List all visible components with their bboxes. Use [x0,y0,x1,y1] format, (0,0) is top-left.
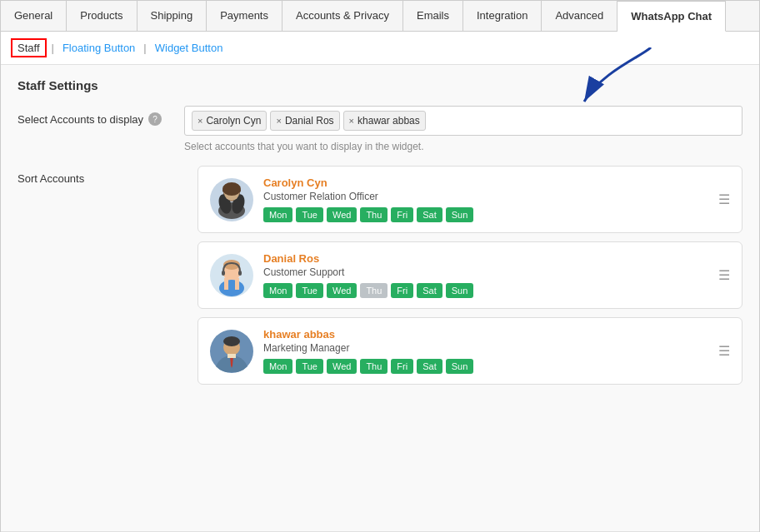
avatar-carolyn [210,178,253,221]
day-tue[interactable]: Tue [296,359,323,374]
subtab-floating-button[interactable]: Floating Button [59,40,138,56]
main-container: General Products Shipping Payments Accou… [0,0,760,532]
drag-handle-khawar[interactable]: ☰ [718,343,730,359]
tag-remove-carolyn[interactable]: × [198,116,202,126]
select-accounts-row: Select Accounts to display ? × Carolyn C… [18,106,742,136]
staff-card-danial: Danial Ros Customer Support Mon Tue Wed … [198,241,742,309]
day-wed[interactable]: Wed [327,359,357,374]
staff-card-khawar: khawar abbas Marketing Manager Mon Tue W… [198,317,742,385]
tab-payments[interactable]: Payments [207,1,282,31]
carolyn-days: Mon Tue Wed Thu Fri Sat Sun [263,207,708,222]
tag-remove-danial[interactable]: × [276,116,281,126]
day-fri[interactable]: Fri [391,359,413,374]
danial-role: Customer Support [263,266,708,278]
carolyn-role: Customer Relation Officer [263,191,708,202]
tag-danial[interactable]: × Danial Ros [270,111,339,131]
day-thu[interactable]: Thu [360,207,388,222]
day-fri[interactable]: Fri [391,207,413,222]
day-sat[interactable]: Sat [417,207,442,222]
top-tabs: General Products Shipping Payments Accou… [1,1,759,32]
tag-carolyn[interactable]: × Carolyn Cyn [192,111,267,131]
day-thu[interactable]: Thu [360,283,388,298]
day-tue[interactable]: Tue [296,283,323,298]
day-wed[interactable]: Wed [327,207,357,222]
select-accounts-hint: Select accounts that you want to display… [184,141,742,152]
svg-rect-14 [222,271,225,276]
khawar-name: khawar abbas [263,328,708,341]
sort-accounts-section: Sort Accounts [18,166,742,385]
svg-rect-12 [224,278,228,290]
sort-accounts-label: Sort Accounts [18,166,184,185]
svg-rect-20 [228,354,236,358]
tab-whatsapp-chat[interactable]: WhatsApp Chat [618,1,726,32]
section-title: Staff Settings [18,78,742,92]
tag-khawar[interactable]: × khawar abbas [343,111,426,131]
tab-integration[interactable]: Integration [463,1,542,31]
svg-rect-13 [235,278,239,290]
sub-tabs: Staff | Floating Button | Widget Button [1,32,759,65]
carolyn-name: Carolyn Cyn [263,177,708,189]
tab-general[interactable]: General [1,1,67,31]
tab-products[interactable]: Products [67,1,137,31]
danial-name: Danial Ros [263,252,708,265]
svg-rect-7 [222,189,241,192]
svg-rect-15 [238,271,242,276]
separator2: | [143,42,146,54]
staff-card-carolyn: Carolyn Cyn Customer Relation Officer Mo… [198,166,742,233]
day-wed[interactable]: Wed [327,283,357,298]
drag-handle-carolyn[interactable]: ☰ [718,191,730,207]
avatar-khawar [210,330,253,373]
danial-days: Mon Tue Wed Thu Fri Sat Sun [263,283,708,298]
day-sun[interactable]: Sun [446,283,474,298]
day-tue[interactable]: Tue [296,207,323,222]
svg-point-18 [223,336,240,346]
staff-info-khawar: khawar abbas Marketing Manager Mon Tue W… [263,328,708,374]
tag-remove-khawar[interactable]: × [349,116,354,126]
day-sun[interactable]: Sun [446,359,474,374]
help-icon[interactable]: ? [148,112,162,126]
subtab-staff[interactable]: Staff [11,38,47,57]
tab-shipping[interactable]: Shipping [138,1,208,31]
avatar-danial-svg [211,255,252,296]
avatar-khawar-svg [211,331,252,372]
subtab-widget-button[interactable]: Widget Button [152,40,227,56]
staff-info-carolyn: Carolyn Cyn Customer Relation Officer Mo… [263,177,708,222]
day-thu[interactable]: Thu [360,359,388,374]
select-accounts-label: Select Accounts to display ? [18,106,184,126]
staff-info-danial: Danial Ros Customer Support Mon Tue Wed … [263,252,708,298]
tag-input[interactable]: × Carolyn Cyn × Danial Ros × khawar abba… [184,106,742,136]
separator: | [52,42,54,54]
day-mon[interactable]: Mon [263,207,292,222]
day-fri[interactable]: Fri [391,283,413,298]
tab-accounts-privacy[interactable]: Accounts & Privacy [282,1,403,31]
content-area: Staff Settings Select Accounts to displa… [1,65,759,531]
drag-handle-danial[interactable]: ☰ [718,267,730,283]
khawar-role: Marketing Manager [263,342,708,354]
day-sun[interactable]: Sun [446,207,474,222]
tab-emails[interactable]: Emails [403,1,463,31]
day-sat[interactable]: Sat [417,359,442,374]
svg-point-9 [219,280,244,296]
day-mon[interactable]: Mon [263,283,292,298]
staff-cards-list: Carolyn Cyn Customer Relation Officer Mo… [198,166,742,385]
avatar-danial [210,254,253,297]
day-sat[interactable]: Sat [417,283,442,298]
tab-advanced[interactable]: Advanced [542,1,618,31]
khawar-days: Mon Tue Wed Thu Fri Sat Sun [263,359,708,374]
avatar-carolyn-svg [211,179,252,221]
day-mon[interactable]: Mon [263,359,292,374]
